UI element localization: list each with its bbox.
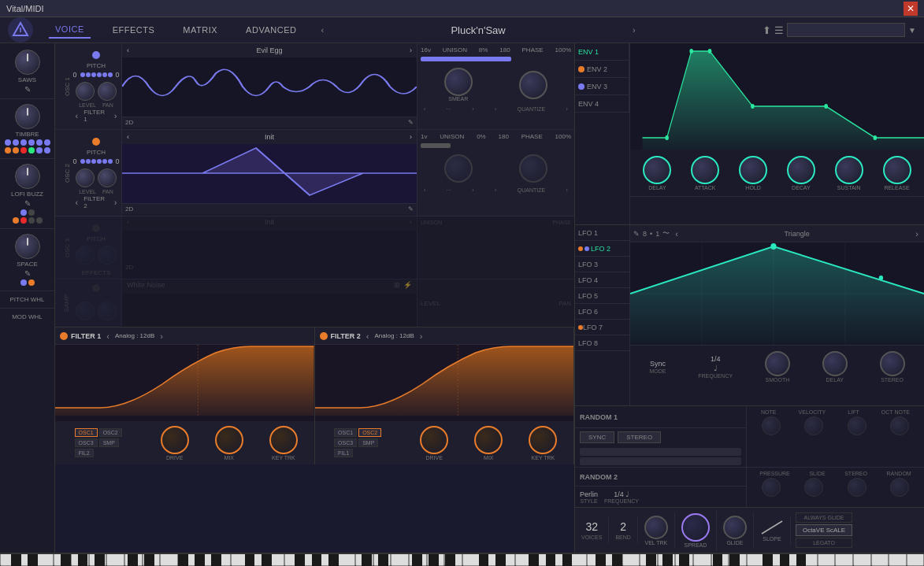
white-key[interactable]	[587, 554, 605, 566]
osc1-prev2-icon[interactable]: ‹	[495, 106, 496, 112]
saws-edit-icon[interactable]: ✎	[24, 85, 31, 94]
white-key[interactable]	[498, 554, 516, 566]
white-key[interactable]	[355, 554, 373, 566]
white-key[interactable]	[89, 554, 107, 566]
f1-osc3-btn[interactable]: OSC3	[75, 438, 98, 447]
white-key[interactable]	[444, 554, 462, 566]
lfo3-tab[interactable]: LFO 3	[575, 257, 629, 272]
white-key[interactable]	[249, 554, 267, 566]
white-key[interactable]	[143, 554, 161, 566]
white-key[interactable]	[818, 554, 836, 566]
osc2-level-knob[interactable]	[76, 168, 95, 187]
env-hold-knob[interactable]	[739, 156, 767, 184]
filter1-keytk-knob[interactable]	[269, 426, 298, 454]
osc1-phase-knob[interactable]	[519, 71, 547, 99]
f1-smp-btn[interactable]: SMP	[99, 438, 119, 447]
close-button[interactable]: ✕	[904, 2, 918, 16]
env-attack-knob[interactable]	[691, 156, 719, 184]
osc1-prev-icon[interactable]: ‹	[424, 106, 425, 112]
env-release-knob[interactable]	[883, 156, 911, 184]
white-key[interactable]	[338, 554, 356, 566]
lfo-shape-next[interactable]: ›	[913, 229, 921, 239]
pressure-knob-2[interactable]	[804, 478, 823, 497]
octave-scale-btn[interactable]: OctaVE ScALE	[796, 524, 852, 536]
pressure-knob-3[interactable]	[848, 478, 866, 497]
filter1-drive-knob[interactable]	[161, 426, 189, 454]
osc1-filter-next[interactable]: ›	[112, 111, 120, 120]
osc1-wave-next[interactable]: ›	[410, 46, 412, 54]
white-key[interactable]	[409, 554, 427, 566]
osc1-edit-icon[interactable]: ✎	[408, 119, 414, 126]
white-key[interactable]	[213, 554, 232, 566]
lfo5-tab[interactable]: LFO 5	[575, 288, 629, 304]
osc2-filter-prev[interactable]: ‹	[72, 198, 80, 207]
filter2-next[interactable]: ›	[417, 331, 425, 341]
tab-advanced[interactable]: ADVANCED	[239, 22, 302, 38]
space-edit-icon[interactable]: ✎	[24, 269, 31, 278]
tab-effects[interactable]: EFFECTS	[106, 22, 161, 38]
tab-voice[interactable]: VOICE	[49, 21, 91, 39]
lfo8-tab[interactable]: LFO 8	[575, 335, 629, 351]
osc1-level-knob[interactable]	[76, 82, 95, 101]
always-glide-btn[interactable]: ALWAYS GLIDE	[796, 512, 852, 523]
osc3-wave-next[interactable]: ›	[410, 218, 412, 229]
glide-knob[interactable]	[723, 516, 747, 539]
env-delay-knob[interactable]	[643, 156, 671, 184]
white-key[interactable]	[907, 554, 924, 566]
osc2-smear-knob[interactable]	[444, 154, 473, 183]
osc3-enable[interactable]	[92, 224, 100, 232]
white-key[interactable]	[764, 554, 782, 566]
lfo2-tab[interactable]: LFO 2	[575, 241, 629, 257]
note-knob-3[interactable]	[848, 416, 866, 435]
menu-icon[interactable]: ☰	[774, 24, 784, 36]
lfo4-tab[interactable]: LFO 4	[575, 272, 629, 288]
white-key[interactable]	[675, 554, 693, 566]
samp-level-knob[interactable]	[76, 301, 95, 320]
pressure-knob-1[interactable]	[762, 478, 781, 497]
lfo-delay-knob[interactable]	[822, 351, 848, 376]
osc1-smear-knob[interactable]	[444, 68, 473, 96]
white-key[interactable]	[266, 554, 284, 566]
osc2-next2-icon[interactable]: ›	[566, 187, 568, 193]
f1-osc1-btn[interactable]: OSC1	[75, 428, 98, 437]
next-preset-btn[interactable]: ›	[630, 25, 638, 35]
white-key[interactable]	[106, 554, 124, 566]
white-key[interactable]	[515, 554, 533, 566]
white-key[interactable]	[480, 554, 498, 566]
white-key[interactable]	[835, 554, 853, 566]
note-knob-2[interactable]	[804, 416, 823, 435]
samp-icon-1[interactable]: ⊞	[394, 281, 400, 292]
white-key[interactable]	[35, 554, 54, 566]
upload-icon[interactable]: ⬆	[763, 24, 771, 36]
osc1-next-icon[interactable]: ›	[472, 106, 473, 112]
osc1-pan-knob[interactable]	[98, 82, 117, 101]
white-key[interactable]	[533, 554, 551, 566]
white-key[interactable]	[71, 554, 89, 566]
env-decay-knob[interactable]	[787, 156, 815, 184]
samp-icon-2[interactable]: ⚡	[403, 281, 412, 292]
white-key[interactable]	[124, 554, 143, 566]
f2-fil1-btn[interactable]: FIL1	[334, 449, 353, 457]
osc2-prev-icon[interactable]: ‹	[424, 187, 425, 193]
white-key[interactable]	[0, 554, 18, 566]
spread-knob[interactable]	[681, 513, 710, 542]
white-key[interactable]	[284, 554, 302, 566]
osc2-pan-knob[interactable]	[98, 168, 117, 187]
osc3-wave-prev[interactable]: ‹	[127, 218, 129, 229]
samp-pan-knob[interactable]	[98, 301, 117, 320]
tab-matrix[interactable]: MATRIX	[176, 22, 224, 38]
piano-keyboard[interactable]: // Generate 52 white keys const pianoDiv…	[0, 553, 924, 566]
osc1-next2-icon[interactable]: ›	[566, 106, 568, 112]
filter1-mix-knob[interactable]	[215, 426, 243, 454]
white-key[interactable]	[622, 554, 640, 566]
white-key[interactable]	[54, 554, 72, 566]
white-key[interactable]	[231, 554, 249, 566]
legato-btn[interactable]: LEGATO	[796, 538, 852, 548]
osc2-filter-next[interactable]: ›	[112, 198, 120, 207]
filter1-prev[interactable]: ‹	[104, 331, 112, 341]
lofi-edit-icon[interactable]: ✎	[24, 199, 31, 208]
env3-tab[interactable]: ENV 3	[575, 78, 629, 95]
f1-osc2-btn[interactable]: OSC2	[99, 428, 122, 437]
lfo6-tab[interactable]: LFO 6	[575, 304, 629, 320]
white-key[interactable]	[640, 554, 658, 566]
